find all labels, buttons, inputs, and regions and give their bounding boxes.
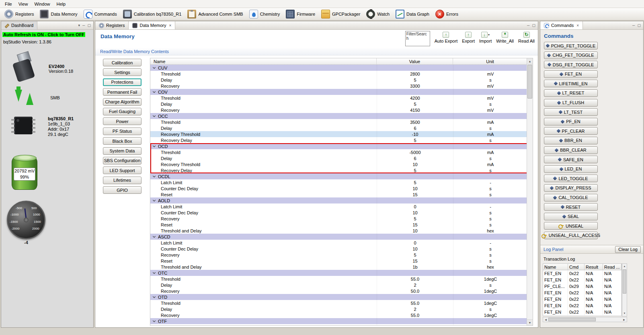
data-row[interactable]: Reset15s — [150, 191, 527, 197]
action-export[interactable]: ↑Export — [461, 31, 476, 44]
scrollbar-thumb[interactable] — [548, 318, 596, 321]
command-safe-en[interactable]: SAFE_EN — [544, 156, 598, 163]
maximize-icon[interactable]: ▢ — [637, 23, 641, 27]
command-display-press[interactable]: DISPLAY_PRESS — [544, 184, 598, 192]
toolbar-commands[interactable]: Commands — [82, 9, 119, 19]
data-row[interactable]: Recovery50.01degC — [150, 288, 527, 294]
action-auto-export[interactable]: ↑Auto Export — [434, 31, 458, 44]
scroll-down-icon[interactable]: ▼ — [622, 311, 627, 316]
dropdown-caret-icon[interactable]: ▾ — [488, 33, 490, 37]
data-row[interactable]: Reset15s — [150, 222, 527, 228]
minimize-icon[interactable]: ─ — [632, 23, 635, 27]
data-row[interactable]: Latch Limit0- — [150, 203, 527, 210]
data-row[interactable]: Threshold and Delay1bhex — [150, 264, 527, 270]
log-row[interactable]: FET_EN0x22N/AN/A — [543, 270, 621, 277]
log-column-header-name[interactable]: Name — [543, 264, 568, 270]
table-scrollbar[interactable]: ▲ ▼ — [527, 58, 533, 325]
scroll-down-icon[interactable]: ▼ — [527, 319, 533, 325]
section-header-row[interactable]: COV — [150, 89, 527, 95]
data-row[interactable]: Recovery55.01degC — [150, 312, 527, 318]
data-row[interactable]: Counter Dec Delay10s — [150, 185, 527, 191]
log-column-header-result[interactable]: Result — [585, 264, 603, 270]
command-dsg-fet-toggle[interactable]: DSG_FET_TOGGLE — [544, 61, 598, 68]
category-lifetimes[interactable]: Lifetimes — [103, 177, 142, 184]
section-header-row[interactable]: OCC — [150, 113, 527, 119]
section-header-row[interactable]: OCDL — [150, 173, 527, 179]
toolbar-calibration-bq78350-r1[interactable]: Calibration bq78350_R1 — [122, 9, 184, 19]
column-header-unit[interactable]: Unit — [453, 58, 527, 64]
log-row[interactable]: PF_CLE...0x29N/AN/A — [543, 283, 621, 290]
category-gpio[interactable]: GPIO — [103, 186, 142, 194]
view-menu-icon[interactable]: ▾ — [78, 23, 80, 27]
command-bbr-clear[interactable]: BBR_CLEAR — [544, 146, 598, 154]
toolbar-gpcpackager[interactable]: GPCPackager — [320, 9, 363, 19]
section-header-row[interactable]: OTD — [150, 294, 527, 300]
tab-registers[interactable]: Registers — [95, 21, 129, 29]
column-header-name[interactable]: Name — [150, 58, 377, 64]
command-seal[interactable]: SEAL — [544, 213, 598, 220]
command-reset[interactable]: RESET — [544, 203, 598, 211]
data-row[interactable]: Threshold55.01degC — [150, 300, 527, 306]
data-row[interactable]: Threshold and Delay10hex — [150, 228, 527, 234]
data-row[interactable]: Threshold2800mV — [150, 71, 527, 77]
command-pf-clear[interactable]: PF_CLEAR — [544, 127, 598, 135]
command-unseal-full-access[interactable]: UNSEAL_FULL_ACCESS — [544, 232, 598, 239]
clear-log-button[interactable]: Clear Log — [615, 246, 641, 253]
data-row[interactable]: Recovery Threshold10mA — [150, 161, 527, 167]
log-row[interactable]: FET_EN0x22N/AN/A — [543, 302, 621, 309]
category-permanent-fail[interactable]: Permanent Fail — [103, 88, 142, 96]
menu-help[interactable]: Help — [53, 0, 69, 8]
command-lt-flush[interactable]: LT_FLUSH — [544, 99, 598, 107]
command-fet-en[interactable]: FET_EN — [544, 70, 598, 78]
data-row[interactable]: Delay2s — [150, 306, 527, 312]
data-row[interactable]: Recovery Delay5s — [150, 167, 527, 173]
data-row[interactable]: Counter Dec Delay10s — [150, 246, 527, 252]
log-vertical-scrollbar[interactable]: ▲ ▼ — [622, 263, 627, 317]
toolbar-chemistry[interactable]: Chemistry — [248, 9, 283, 19]
section-header-row[interactable]: OTF — [150, 318, 527, 324]
scroll-left-icon[interactable]: ◀ — [543, 318, 548, 321]
action-write-all[interactable]: *Write_All — [495, 31, 515, 44]
command-lt-reset[interactable]: LT_RESET — [544, 89, 598, 97]
command-bbr-en[interactable]: BBR_EN — [544, 137, 598, 144]
data-row[interactable]: Recovery5s — [150, 216, 527, 222]
data-row[interactable]: Delay2s — [150, 282, 527, 288]
data-row[interactable]: Delay6s — [150, 155, 527, 161]
data-row[interactable]: Latch Limit5- — [150, 179, 527, 185]
section-header-row[interactable]: OTC — [150, 270, 527, 276]
scrollbar-thumb[interactable] — [623, 269, 626, 294]
data-row[interactable]: Delay5s — [150, 77, 527, 83]
log-column-header-read[interactable]: Read ... — [603, 264, 621, 270]
command-lt-test[interactable]: LT_TEST — [544, 108, 598, 116]
data-row[interactable]: Recovery3300mV — [150, 83, 527, 89]
close-icon[interactable]: × — [169, 23, 172, 28]
log-row[interactable]: FET_EN0x22N/AN/A — [543, 296, 621, 302]
toolbar-firmware[interactable]: Firmware — [285, 9, 318, 19]
section-header-row[interactable]: AOLD — [150, 197, 527, 203]
category-led-support[interactable]: LED Support — [103, 166, 142, 174]
action-import[interactable]: ↓▾Import — [478, 31, 492, 44]
log-row[interactable]: FET_EN0x22N/AN/A — [543, 277, 621, 283]
command-pchg-fet-toggle[interactable]: PCHG_FET_TOGGLE — [544, 42, 598, 49]
scroll-right-icon[interactable]: ▶ — [621, 318, 627, 321]
log-horizontal-scrollbar[interactable]: ◀ ▶ — [543, 317, 627, 322]
category-power[interactable]: Power — [103, 117, 142, 125]
toolbar-registers[interactable]: Registers — [3, 9, 36, 19]
section-header-row[interactable]: CUV — [150, 65, 527, 71]
category-protections[interactable]: Protections — [103, 78, 142, 86]
data-row[interactable]: Threshold80.01degC — [150, 324, 527, 325]
toolbar-errors[interactable]: Errors — [434, 9, 461, 19]
data-row[interactable]: Recovery Threshold-10mA — [150, 131, 527, 137]
scrollbar-thumb[interactable] — [527, 65, 532, 99]
category-fuel-gauging[interactable]: Fuel Gauging — [103, 108, 142, 115]
data-row[interactable]: Latch Limit0- — [150, 240, 527, 246]
maximize-icon[interactable]: ▢ — [532, 23, 535, 27]
menu-view[interactable]: View — [15, 0, 31, 8]
category-black-box[interactable]: Black Box — [103, 137, 142, 145]
category-system-data[interactable]: System Data — [103, 147, 142, 155]
command-pf-en[interactable]: PF_EN — [544, 118, 598, 125]
data-row[interactable]: Delay6s — [150, 125, 527, 131]
data-row[interactable]: Reset15s — [150, 258, 527, 264]
command-led-toggle[interactable]: LED_TOGGLE — [544, 175, 598, 182]
filter-search-input[interactable] — [405, 31, 430, 46]
